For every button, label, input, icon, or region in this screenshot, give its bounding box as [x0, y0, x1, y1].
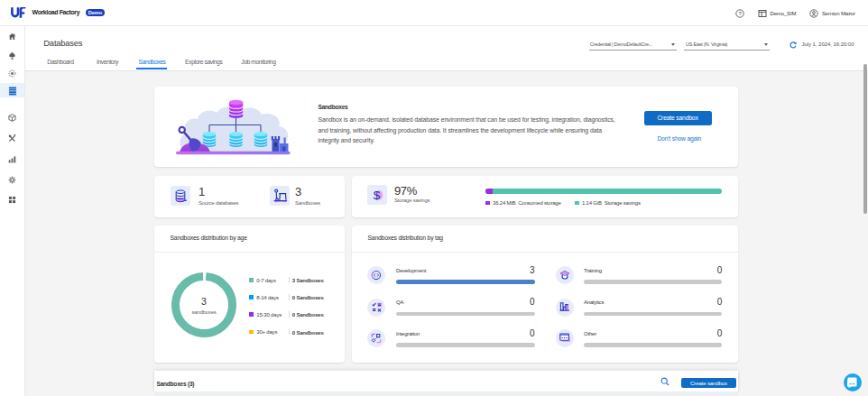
svg-text:?: ?	[738, 11, 742, 16]
svg-text:$: $	[374, 189, 381, 202]
